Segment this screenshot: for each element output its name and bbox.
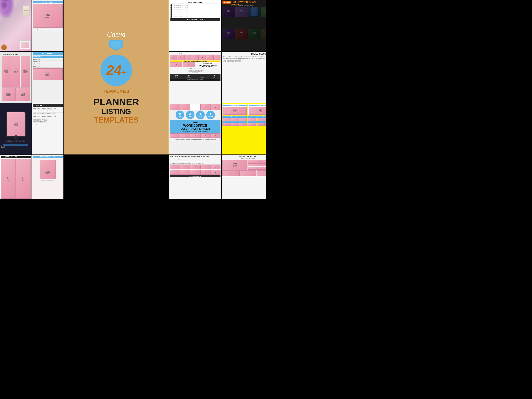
kdp-size-note: LETTER/7.5"*9.25"/6"*9" SIZE PDF [170, 79, 221, 81]
lb-extra: Anxiety journal for Teens3 - isective wa… [33, 118, 63, 125]
kdp-r2-img2: Y [183, 63, 195, 67]
hw-img6: YOURIMAGEHERE [235, 29, 248, 39]
wi-item-5: ✓1 PDF PLANNER IN A4 SIZE [171, 12, 220, 14]
goals-mini-grid2 [248, 118, 266, 120]
hw-img7: YOURIMAGEHERE [248, 29, 260, 39]
kdp-img7: I [213, 55, 221, 60]
kdp-sizes-label: SIZES [213, 77, 215, 78]
kdp-r2-img1: Y [170, 63, 183, 67]
we-img1: Y [170, 165, 180, 169]
col1-row3-cell: YOURIMAGEHERE Upload PDF to annotation A… [0, 103, 32, 154]
pc-img: YOURIMAGEHERE [40, 160, 56, 179]
kdp-img6: I [206, 55, 213, 60]
wlb-right-title: WORK-LIFE BALAN [222, 156, 266, 158]
planner-classic-cell: PLANNER CLASSIC YOURIMAGEHERE Planner Cl… [32, 155, 63, 199]
kdp-img5: I [199, 55, 206, 60]
work-img5: Y [210, 104, 221, 110]
col1-r2-img1: YOURIMAGEHERE [2, 56, 11, 87]
col1-row2-cell: FOR DIGITAL PERFECT P YOURIMAGEHERE YOUR… [0, 52, 32, 103]
money-halloween-cell: 43 PAGES HALLOWEEN PLAN PRINTABLE PDF LE… [222, 0, 266, 51]
work-office-cell: Y Y W&O Y Y 33 PAGES 4 SIZES 4 GIFTS 1 C… [169, 103, 221, 154]
we-img6: Y [170, 170, 180, 175]
kdp-img3: I [184, 55, 191, 60]
col1-r3-label2: GOODNOTES and use a digital planner [6, 141, 25, 143]
we-item3: 3.Multiple Templates with Different Styl… [170, 162, 221, 164]
kdp-img1: I [170, 55, 177, 60]
anxiety-cell: PAGES INCLUDED:33 I Our book《30 Days Anx… [222, 52, 266, 103]
canva-logo: Canva [107, 30, 126, 38]
number-value: 24 [106, 63, 121, 77]
we-img5: Y [210, 165, 221, 169]
hw-img4: YOURIMAGEHERE [261, 7, 266, 17]
templates-label: TEMPLAES [103, 89, 130, 94]
whats-included-title: WHAT'S INCLUDED [171, 1, 220, 4]
kdp-bundle-badge: PRINTABLE BUNDLE-UNIQUE PLANNER [170, 61, 221, 62]
kdp-pages-num: 90 [175, 74, 178, 77]
work-b-img4: Y [200, 133, 210, 138]
kdp-img4: I [192, 55, 199, 60]
col1-r4-img1: Y...I...H... [1, 159, 16, 199]
we-img8: Y [190, 170, 200, 175]
kdp-header: Setting Physical,Emotional,Relational,In… [170, 52, 221, 54]
work-desc: Every KDP operator needs an efficient an… [170, 138, 221, 141]
number-circle: 24 + [101, 55, 132, 86]
wi-item-7: ✓1 PDF PLANNER IN A4 SIZE [171, 16, 220, 18]
cl-item1: adlines List [33, 58, 63, 61]
we-item2: 2.More Free and Spacious Space for You t… [170, 160, 221, 162]
goals-item1: Business Goals YOURIMAGEHERE [222, 104, 247, 115]
col1-r2-img2: YOURIMAGEHERE [11, 56, 20, 87]
work-b-img2: Y [180, 133, 190, 138]
life-balance-cell: IFE BALANCE es with Different Styles for… [32, 103, 63, 154]
work-title: THEWORK&OFFICEESSENTIALS PLANNER [171, 121, 219, 130]
col1-r3-label1: Upload PDF to annotation APP like [7, 139, 24, 141]
wlb-b-img2: Y [239, 171, 256, 176]
op2-img: YOURIMAGEHERE [33, 68, 63, 80]
hw-img1: YOURIMAGEHERE [222, 7, 235, 17]
hw-img2: YOURIMAGEHERE [235, 7, 248, 17]
pc-header: PLANNER CLASSIC [33, 156, 63, 158]
wlb-right-cell: WORK-LIFE BALAN 33 PAGES/PRINTABLE PDF/4… [222, 155, 266, 199]
work-sub: OFFICE TEMPLATES TO WORK EFFICIENTLY [171, 131, 219, 132]
cl-item3: adlines List [33, 63, 63, 65]
col1-r2-img3: YOURIMAGEHERE [21, 56, 30, 87]
wi-item-3: ✓1 PDF PLANNER IN A4 SIZE [171, 8, 220, 10]
office-planners-top: ICE PLANNERS YOURIMAGEHERE Your image he… [32, 0, 63, 51]
we-img2: Y [180, 165, 190, 169]
wi-item-1: ✓1 PDF PLANNER IN A4 SIZE [171, 4, 220, 6]
we-img9: Y [200, 170, 210, 175]
kdp-sizes-num: 5 [213, 74, 215, 77]
templates-footer: TEMPLATES [94, 116, 139, 124]
kdp-coupon-num: 3 [200, 74, 204, 77]
we-img4: Y [200, 165, 210, 169]
work-b-img5: Y [210, 133, 221, 138]
kdp-templates-label: Templates [187, 77, 191, 78]
lb-item4: es with Different Styles for The Same Th… [33, 115, 63, 118]
cl-item2: adlines List [33, 61, 63, 63]
op2-header: ICE PLANNERS [33, 52, 63, 55]
work-img1: Y [170, 104, 180, 110]
goals-mini-grid1 [222, 118, 247, 120]
col1-r2-img4: YOURIMAGEHERE [2, 88, 16, 101]
col1-r2-img5: YOURIMAGEHERE [16, 88, 30, 101]
we-img3: Y [190, 165, 200, 169]
goals-grid: Business Goals YOURIMAGEHERE Business Go… [222, 104, 266, 126]
work-coupon-circle: 1 COUPON [206, 111, 215, 119]
work-img3: W&O [190, 104, 200, 110]
col1-row1-cell: PLANNER [0, 0, 32, 51]
whatexact-cell: What Exactly Is The Distinctive and High… [169, 155, 221, 199]
listing-subtitle: LISTING [101, 107, 131, 116]
anxiety-desc: Our book《30 Days Anxiety Journal》 is a s… [223, 56, 266, 59]
center-main-cell: Canva 24 + TEMPLAES PLANNER LISTING TEMP… [64, 0, 169, 154]
kdp-coupon-label: COUPON [200, 77, 204, 78]
kdp-pages-label: PAGES [175, 77, 178, 78]
hw-img5: YOURIMAGEHERE [222, 29, 235, 39]
work-b-img3: Y [190, 133, 200, 138]
halloween-title: HALLOWEEN PLAN [232, 1, 256, 4]
kdp-cell: Setting Physical,Emotional,Relational,In… [169, 52, 221, 103]
hw-img8: YOURIMAGEHERE [261, 29, 266, 39]
wi-item-6: ✓1 PDF PLANNER IN A4 SIZE [171, 14, 220, 16]
wlb-r-img1: YOURIMAGEHERE [222, 160, 247, 170]
wi-item-4: ✓1 PDF PLANNER IN A4 SIZE [171, 10, 220, 12]
lb-item2: es with Different Styles for The Same Th… [33, 110, 63, 112]
work-img2: Y [180, 104, 190, 110]
